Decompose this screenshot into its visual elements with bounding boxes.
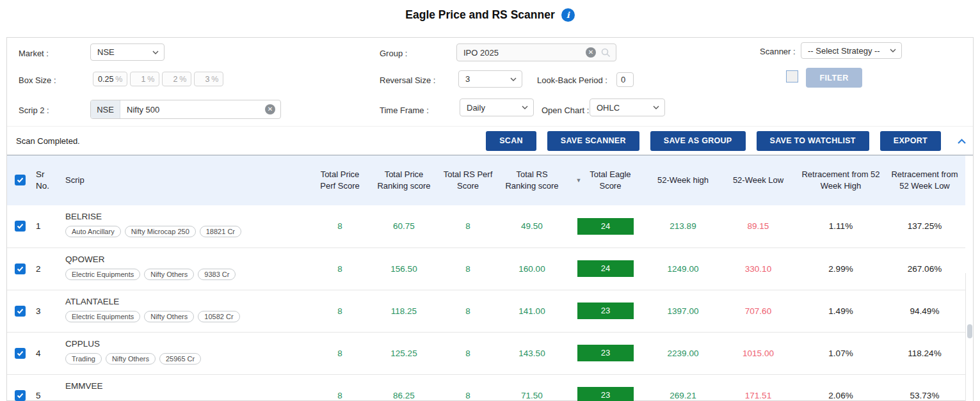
save-scanner-button[interactable]: SAVE SCANNER bbox=[547, 131, 639, 151]
box-size-1[interactable]: 1% bbox=[130, 72, 159, 86]
week52-high: 269.21 bbox=[647, 374, 719, 401]
scanner-strategy-select[interactable]: -- Select Strategy -- bbox=[801, 42, 902, 59]
scrip-tag: 9383 Cr bbox=[198, 269, 236, 280]
week52-low: 707.60 bbox=[719, 290, 798, 332]
clear-icon[interactable]: ✕ bbox=[265, 104, 275, 114]
row-sr-no: 1 bbox=[33, 205, 61, 248]
info-icon[interactable]: i bbox=[561, 8, 575, 22]
actions-bar: Scan Completed. SCAN SAVE SCANNER SAVE A… bbox=[7, 126, 973, 155]
scrip-name[interactable]: BELRISE bbox=[65, 212, 304, 221]
total-rs-ranking-score: 160.00 bbox=[500, 248, 564, 290]
filter-checkbox[interactable] bbox=[786, 70, 798, 83]
search-icon[interactable] bbox=[601, 48, 611, 58]
reversal-size-select[interactable]: 3 bbox=[458, 70, 522, 88]
total-price-ranking-score: 86.25 bbox=[372, 374, 436, 401]
select-all-checkbox[interactable] bbox=[15, 175, 26, 185]
row-checkbox[interactable] bbox=[15, 348, 26, 359]
openchart-select[interactable]: OHLC bbox=[590, 98, 665, 116]
table-row: 1 BELRISE Auto AncillaryNifty Microcap 2… bbox=[7, 205, 965, 248]
save-to-watchlist-button[interactable]: SAVE TO WATCHLIST bbox=[757, 131, 869, 151]
action-buttons: SCAN SAVE SCANNER SAVE AS GROUP SAVE TO … bbox=[486, 131, 941, 151]
scrip-tag: 18821 Cr bbox=[200, 226, 241, 237]
results-table: Sr No. Scrip Total Price Perf Score Tota… bbox=[7, 155, 965, 401]
sort-desc-icon[interactable]: ▼ bbox=[576, 177, 582, 184]
filter-button[interactable]: FILTER bbox=[806, 68, 862, 88]
scrip-tag: 10582 Cr bbox=[198, 311, 239, 322]
col-total-price-perf[interactable]: Total Price Perf Score bbox=[308, 155, 372, 205]
total-price-perf-score: 8 bbox=[308, 248, 372, 290]
scrip-tags: Electric EquipmentsNifty Others10582 Cr bbox=[65, 311, 304, 322]
total-rs-perf-score: 8 bbox=[436, 248, 500, 290]
table-row: 4 CPPLUS TradingNifty Others25965 Cr 8 1… bbox=[7, 332, 965, 374]
chevron-down-icon bbox=[653, 106, 659, 109]
row-checkbox[interactable] bbox=[15, 306, 26, 317]
box-size-group: 0.25% 1% 2% 3% bbox=[93, 72, 223, 86]
col-scrip[interactable]: Scrip bbox=[61, 155, 308, 205]
scanner-panel: Market : NSE Group : IPO 2025 ✕ Scanner … bbox=[6, 37, 974, 401]
export-button[interactable]: EXPORT bbox=[880, 131, 941, 151]
scanner-label: Scanner : bbox=[760, 47, 796, 56]
box-size-3[interactable]: 3% bbox=[194, 72, 223, 86]
total-price-perf-score: 8 bbox=[308, 290, 372, 332]
clear-icon[interactable]: ✕ bbox=[586, 47, 596, 58]
retracement-from-high: 2.99% bbox=[798, 248, 884, 290]
row-checkbox[interactable] bbox=[15, 390, 26, 401]
total-price-ranking-score: 125.25 bbox=[372, 332, 436, 374]
retracement-from-low: 53.73% bbox=[884, 374, 965, 401]
retracement-from-low: 118.24% bbox=[884, 332, 965, 374]
scrip2-input[interactable]: NSE Nifty 500 ✕ bbox=[90, 100, 281, 119]
scrip-tag: Electric Equipments bbox=[65, 311, 140, 322]
col-52week-low[interactable]: 52-Week Low bbox=[719, 155, 798, 205]
week52-low: 89.15 bbox=[719, 205, 798, 248]
chevron-down-icon bbox=[510, 77, 517, 81]
eagle-score-badge: 23 bbox=[577, 303, 634, 319]
box-size-025[interactable]: 0.25% bbox=[93, 72, 127, 86]
market-select[interactable]: NSE bbox=[90, 43, 165, 61]
scrip-tags: TradingNifty Others25965 Cr bbox=[65, 353, 304, 365]
lookback-input[interactable]: 0 bbox=[616, 72, 634, 87]
table-row: 3 ATLANTAELE Electric EquipmentsNifty Ot… bbox=[7, 290, 965, 332]
retracement-from-low: 94.49% bbox=[884, 290, 965, 332]
scrollbar-thumb[interactable] bbox=[967, 324, 972, 338]
chevron-down-icon bbox=[890, 49, 896, 52]
row-sr-no: 3 bbox=[33, 290, 61, 332]
total-price-perf-score: 8 bbox=[308, 374, 372, 401]
box-size-label: Box Size : bbox=[19, 75, 56, 85]
scrip-tag: Nifty Others bbox=[106, 353, 156, 365]
scrip-tag: Nifty Others bbox=[144, 269, 194, 280]
eagle-score-badge: 23 bbox=[577, 345, 634, 361]
scrip-tag: Electric Equipments bbox=[65, 269, 140, 280]
col-total-price-ranking[interactable]: Total Price Ranking score bbox=[372, 155, 436, 205]
scrip-name[interactable]: CPPLUS bbox=[65, 339, 304, 349]
retracement-from-high: 2.06% bbox=[798, 374, 884, 401]
row-checkbox[interactable] bbox=[15, 221, 26, 232]
scan-button[interactable]: SCAN bbox=[486, 131, 536, 151]
lookback-label: Look-Back Period : bbox=[537, 75, 607, 85]
col-total-rs-ranking[interactable]: Total RS Ranking score bbox=[500, 155, 564, 205]
vertical-scrollbar[interactable] bbox=[965, 273, 973, 401]
total-rs-perf-score: 8 bbox=[436, 374, 500, 401]
reversal-size-label: Reversal Size : bbox=[380, 75, 435, 85]
save-as-group-button[interactable]: SAVE AS GROUP bbox=[650, 131, 746, 151]
group-input[interactable]: IPO 2025 ✕ bbox=[456, 43, 616, 61]
col-52week-high[interactable]: 52-Week high bbox=[647, 155, 719, 205]
col-retracement-high[interactable]: Retracement from 52 Week High bbox=[798, 155, 884, 205]
total-rs-ranking-score: 71.50 bbox=[500, 374, 564, 401]
week52-low: 171.51 bbox=[719, 374, 798, 401]
collapse-chevron-up-icon[interactable] bbox=[957, 136, 967, 147]
table-row: 5 EMMVEE 8 86.25 8 71.50 23 269.21 171.5… bbox=[7, 374, 965, 401]
timeframe-select[interactable]: Daily bbox=[460, 98, 534, 116]
eagle-score-badge: 24 bbox=[577, 218, 634, 235]
box-size-2[interactable]: 2% bbox=[162, 72, 191, 86]
col-retracement-low[interactable]: Retracement from 52 Week Low bbox=[884, 155, 965, 205]
col-total-rs-perf[interactable]: Total RS Perf Score bbox=[436, 155, 500, 205]
row-checkbox[interactable] bbox=[15, 263, 26, 274]
scrip-name[interactable]: EMMVEE bbox=[65, 381, 304, 391]
results-area: Sr No. Scrip Total Price Perf Score Tota… bbox=[7, 155, 973, 401]
retracement-from-high: 1.49% bbox=[798, 290, 884, 332]
total-rs-perf-score: 8 bbox=[436, 332, 500, 374]
col-total-eagle-score[interactable]: ▼Total Eagle Score bbox=[564, 155, 647, 205]
scrip-name[interactable]: ATLANTAELE bbox=[65, 297, 304, 306]
col-sr-no[interactable]: Sr No. bbox=[33, 155, 61, 205]
scrip-name[interactable]: QPOWER bbox=[65, 255, 304, 264]
